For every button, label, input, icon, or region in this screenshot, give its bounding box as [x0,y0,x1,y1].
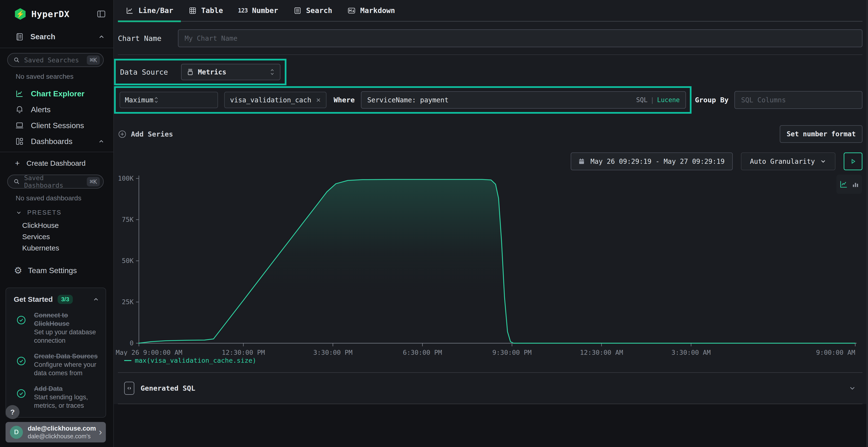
line-chart-icon [15,89,24,98]
data-source-highlight-box: Data Source Metrics [114,59,286,85]
checklist-title: Add Data [34,385,99,393]
preset-clickhouse[interactable]: ClickHouse [0,220,113,231]
logo-row: ⚡ HyperDX [15,8,106,20]
add-series-button[interactable]: Add Series [118,130,173,138]
chevron-down-icon [16,209,22,216]
date-range-picker[interactable]: May 26 09:29:19 - May 27 09:29:19 [571,152,733,170]
bell-icon [15,105,24,114]
no-saved-searches-note: No saved searches [16,73,113,80]
run-query-button[interactable] [844,152,863,170]
notebook-icon [15,32,24,41]
select-updown-icon [269,68,275,76]
tab-search[interactable]: Search [286,0,340,21]
search-section-header[interactable]: Search [15,32,105,41]
checklist-subtitle: Configure where your data comes from [34,360,99,377]
sidebar-item-chart-explorer[interactable]: Chart Explorer [0,86,113,102]
user-menu[interactable]: D dale@clickhouse.com dale@clickhouse.co… [5,422,106,442]
sidebar-item-alerts[interactable]: Alerts [0,102,113,117]
aggregation-select[interactable]: Maximum [120,92,218,108]
help-button[interactable]: ? [5,405,20,419]
chevron-down-icon [820,158,827,165]
where-input[interactable]: ServiceName: payment SQL|Lucene [361,91,686,109]
divider [0,152,113,152]
checklist-item-connect[interactable]: Connect to ClickHouse Set up your databa… [12,311,99,345]
table-icon [188,6,197,15]
main-content: Line/Bar Table 123 Number Search [114,0,868,447]
svg-text:50K: 50K [122,257,134,265]
sidebar-item-client-sessions[interactable]: Client Sessions [0,117,113,133]
chart-type-tabs: Line/Bar Table 123 Number Search [118,0,863,22]
select-updown-icon [153,96,159,104]
svg-text:3:30:00 AM: 3:30:00 AM [672,349,711,356]
plus-icon: + [15,159,20,168]
check-circle-icon [16,356,26,366]
generated-sql-toggle[interactable]: Generated SQL [118,372,863,404]
collapse-sidebar-icon[interactable] [96,9,106,19]
chart-legend: max(visa_validation_cache.size) [124,357,863,364]
saved-searches-input[interactable]: Saved Searches ⌘K [7,53,104,67]
lucene-mode-toggle[interactable]: Lucene [657,96,680,104]
nav-label: Dashboards [31,137,72,146]
create-dashboard-button[interactable]: + Create Dashboard [0,159,113,168]
nav-label: Client Sessions [31,121,84,130]
checklist-subtitle: Start sending logs, metrics, or traces [34,393,99,410]
remove-metric-icon[interactable]: × [316,96,321,105]
get-started-progress-badge: 3/3 [58,295,73,304]
time-controls-row: May 26 09:29:19 - May 27 09:29:19 Auto G… [118,152,863,170]
tab-markdown[interactable]: Markdown [340,0,403,21]
plus-circle-icon [118,130,127,138]
preset-services[interactable]: Services [0,231,113,242]
checklist-item-data-sources[interactable]: Create Data Sources Configure where your… [12,352,99,377]
series-highlight-box: Maximum visa_validation_cach × Where Ser… [114,86,691,114]
tab-line-bar[interactable]: Line/Bar [118,0,181,21]
saved-dashboards-input[interactable]: Saved Dashboards ⌘K [7,175,104,188]
shortcut-badge: ⌘K [87,177,100,186]
calendar-icon [578,158,585,165]
sidebar-item-team-settings[interactable]: ⚙ Team Settings [0,265,113,276]
gear-icon: ⚙ [14,265,22,276]
no-saved-dashboards-note: No saved dashboards [16,194,113,202]
chevron-up-icon[interactable] [93,296,99,303]
granularity-select[interactable]: Auto Granularity [741,152,835,170]
dashboard-grid-icon [15,137,24,146]
chevron-up-icon[interactable] [98,138,105,145]
svg-text:9:30:00 PM: 9:30:00 PM [492,349,532,356]
search-icon [13,178,20,185]
tab-number[interactable]: 123 Number [230,0,286,21]
svg-text:100K: 100K [118,175,134,182]
group-by-input[interactable] [735,91,863,109]
scrollbar[interactable] [866,0,868,447]
avatar: D [10,426,23,439]
svg-text:75K: 75K [122,216,134,223]
preset-kubernetes[interactable]: Kubernetes [0,242,113,253]
bar-style-icon[interactable] [851,180,860,188]
legend-label: max(visa_validation_cache.size) [135,357,256,364]
svg-text:25K: 25K [122,298,134,306]
brand-title: HyperDX [31,9,70,19]
chart-name-row: Chart Name [118,29,863,47]
metric-field-tag[interactable]: visa_validation_cach × [224,92,327,108]
checklist-item-add-data[interactable]: Add Data Start sending logs, metrics, or… [12,385,99,410]
chart-name-input[interactable] [178,29,863,47]
sidebar-nav: Chart Explorer Alerts Client Sessions Da… [0,86,113,149]
chevron-up-icon[interactable] [98,33,105,40]
toggle-separator: | [651,96,654,104]
chevron-right-icon: › [99,427,102,437]
user-subtext: dale@clickhouse.com's [28,433,97,440]
line-style-icon[interactable] [839,179,848,189]
hyperdx-logo-icon: ⚡ [15,8,26,20]
sidebar: ⚡ HyperDX Search Saved Searches ⌘K [0,0,114,447]
get-started-header[interactable]: Get Started 3/3 [12,295,99,304]
metrics-line-chart[interactable]: 025K50K75K100KMay 26 9:00:00 AM12:30:00 … [114,173,863,356]
database-icon [186,68,194,76]
sql-mode-toggle[interactable]: SQL [636,96,648,104]
tab-table[interactable]: Table [181,0,230,21]
check-circle-icon [16,315,26,325]
set-number-format-button[interactable]: Set number format [780,125,863,143]
chart-style-toggle [836,175,862,194]
sidebar-item-dashboards[interactable]: Dashboards [0,133,113,149]
data-source-select[interactable]: Metrics [181,64,280,80]
nav-label: Chart Explorer [31,89,84,98]
svg-text:6:30:00 PM: 6:30:00 PM [403,349,442,356]
presets-header[interactable]: PRESETS [16,209,113,216]
